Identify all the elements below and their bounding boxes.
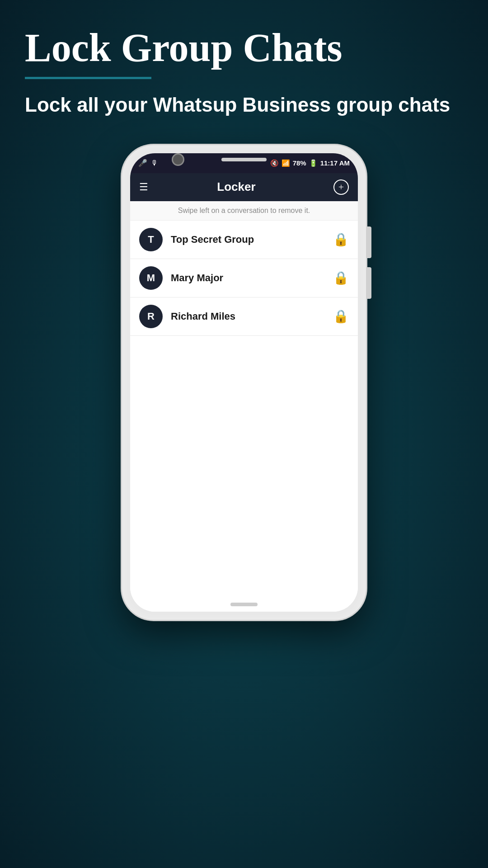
- mute-icon: 🔇: [270, 159, 279, 167]
- camera: [172, 153, 184, 166]
- avatar-letter-m: M: [147, 272, 155, 284]
- avatar-richard: R: [139, 305, 163, 328]
- side-button-mid: [366, 267, 371, 299]
- lock-icon-1[interactable]: 🔒: [333, 232, 349, 247]
- phone-mockup: 🎤 🎙 🔇 📶 78% 🔋 11:17 AM ☰ Locker +: [122, 145, 366, 620]
- phone-mockup-wrapper: 🎤 🎙 🔇 📶 78% 🔋 11:17 AM ☰ Locker +: [0, 145, 488, 620]
- mic-icon: 🎤: [138, 159, 147, 167]
- battery-percent: 78%: [293, 159, 306, 167]
- chat-item-3[interactable]: R Richard Miles 🔒: [130, 297, 358, 336]
- status-bar: 🎤 🎙 🔇 📶 78% 🔋 11:17 AM: [130, 153, 358, 173]
- app-toolbar: ☰ Locker +: [130, 173, 358, 201]
- time-display: 11:17 AM: [320, 159, 350, 167]
- lock-icon-3[interactable]: 🔒: [333, 309, 349, 324]
- chat-item-1[interactable]: T Top Secret Group 🔒: [130, 221, 358, 259]
- chat-name-richard: Richard Miles: [171, 311, 333, 322]
- phone-screen: 🎤 🎙 🔇 📶 78% 🔋 11:17 AM ☰ Locker +: [130, 153, 358, 612]
- side-button-top: [366, 226, 371, 258]
- status-left-icons: 🎤 🎙: [138, 159, 158, 167]
- lock-icon-2[interactable]: 🔒: [333, 270, 349, 285]
- add-chat-button[interactable]: +: [333, 179, 349, 195]
- chat-item-2[interactable]: M Mary Major 🔒: [130, 259, 358, 297]
- mic-off-icon: 🎙: [151, 159, 158, 167]
- main-title: Lock Group Chats: [25, 27, 463, 69]
- hint-bar: Swipe left on a conversation to remove i…: [130, 201, 358, 221]
- wifi-icon: 📶: [282, 159, 290, 167]
- title-underline: [25, 77, 151, 79]
- toolbar-title: Locker: [157, 180, 315, 194]
- chat-name-top-secret: Top Secret Group: [171, 234, 333, 245]
- status-right-area: 🔇 📶 78% 🔋 11:17 AM: [270, 159, 350, 167]
- hint-text: Swipe left on a conversation to remove i…: [178, 207, 310, 214]
- battery-icon: 🔋: [309, 159, 318, 167]
- avatar-top-secret: T: [139, 228, 163, 251]
- add-icon-symbol: +: [338, 181, 344, 193]
- speaker: [230, 603, 258, 606]
- chat-list: T Top Secret Group 🔒 M Mary Major 🔒: [130, 221, 358, 612]
- chat-name-mary: Mary Major: [171, 272, 333, 284]
- avatar-letter-r: R: [147, 311, 155, 322]
- page-wrapper: Lock Group Chats Lock all your Whatsup B…: [0, 0, 488, 118]
- subtitle: Lock all your Whatsup Business group cha…: [25, 92, 463, 118]
- avatar-letter-t: T: [148, 234, 154, 245]
- avatar-mary: M: [139, 266, 163, 290]
- hamburger-icon[interactable]: ☰: [139, 181, 148, 193]
